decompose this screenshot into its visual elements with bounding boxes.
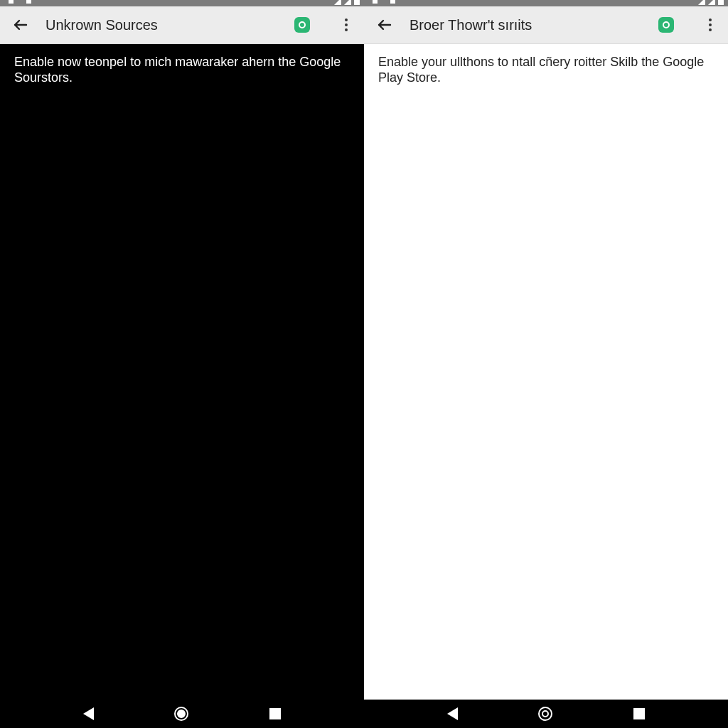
nav-back-button[interactable] [447,707,458,720]
battery-icon [354,0,360,5]
nav-home-button[interactable] [538,707,552,721]
nav-back-button[interactable] [83,707,94,720]
status-icon [373,0,378,4]
navigation-bar [364,700,728,728]
wifi-icon [698,0,705,5]
screenshot-pair: Unkrown Sources Enable now teonpel to mi… [0,0,728,728]
page-title: Unkrown Sources [46,17,158,33]
status-icon [390,0,395,4]
status-bar [364,0,728,6]
back-button[interactable] [11,16,30,34]
action-badge[interactable] [658,17,674,33]
right-pane: Broer Thowr't sırıits Enable your ulltho… [364,0,728,728]
more-vert-icon [345,18,348,31]
arrow-left-icon [12,16,29,33]
action-badge[interactable] [294,17,310,33]
navigation-bar [0,700,364,728]
more-vert-icon [709,18,712,31]
overflow-menu-button[interactable] [337,16,355,34]
signal-icon [708,0,715,5]
target-icon [663,21,670,28]
description-text: Enable your ullthons to ntall cñery roit… [378,54,714,85]
signal-icon [344,0,351,5]
content-area: Enable now teonpel to mich mawaraker ahe… [0,44,364,728]
back-button[interactable] [375,16,394,34]
status-icon [26,0,31,4]
app-bar: Broer Thowr't sırıits [364,6,728,44]
status-icon [9,0,14,4]
page-title: Broer Thowr't sırıits [410,17,532,33]
app-bar: Unkrown Sources [0,6,364,44]
left-pane: Unkrown Sources Enable now teonpel to mi… [0,0,364,728]
content-area: Enable your ullthons to ntall cñery roit… [364,44,728,728]
nav-recents-button[interactable] [633,708,645,719]
battery-icon [718,0,724,5]
nav-home-button[interactable] [174,707,188,721]
target-icon [299,21,306,28]
status-bar [0,0,364,6]
wifi-icon [334,0,341,5]
description-text: Enable now teonpel to mich mawaraker ahe… [14,54,350,85]
arrow-left-icon [376,16,393,33]
overflow-menu-button[interactable] [701,16,719,34]
nav-recents-button[interactable] [269,708,281,719]
